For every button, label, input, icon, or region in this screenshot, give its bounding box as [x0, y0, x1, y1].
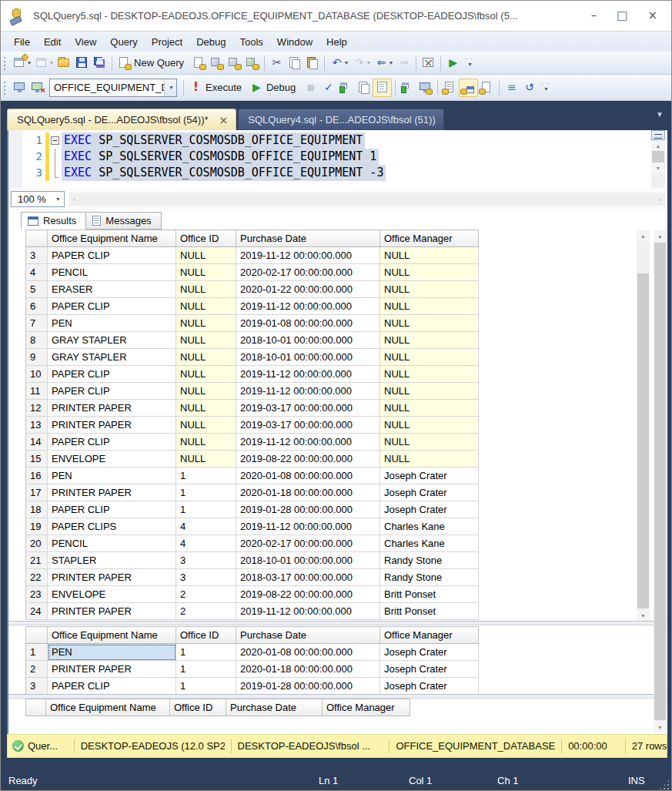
- editor-splitter-handle[interactable]: [651, 130, 665, 140]
- column-header[interactable]: Office Manager: [323, 699, 410, 716]
- grid-cell[interactable]: PRINTER PAPER: [48, 569, 176, 586]
- toolbar-grip[interactable]: [3, 56, 7, 70]
- grid-cell[interactable]: 2018-03-17 00:00:00.000: [236, 569, 380, 586]
- grid-cell[interactable]: 1: [176, 661, 236, 678]
- mdx-query-button[interactable]: [208, 54, 226, 72]
- grid-cell[interactable]: PAPER CLIP: [48, 678, 176, 695]
- grid-cell[interactable]: 2019-01-08 00:00:00.000: [236, 315, 380, 332]
- pane-vertical-scrollbar[interactable]: ▲ ▼: [654, 230, 667, 732]
- grid-cell[interactable]: PRINTER PAPER: [48, 417, 176, 434]
- grid-cell[interactable]: Randy Stone: [380, 552, 479, 569]
- menu-item-debug[interactable]: Debug: [189, 34, 232, 50]
- parse-button[interactable]: ✓: [319, 79, 337, 97]
- row-number[interactable]: 14: [26, 434, 48, 451]
- grid-cell[interactable]: STAPLER: [48, 552, 176, 569]
- grid-cell[interactable]: 1: [176, 678, 236, 695]
- grid-cell[interactable]: ENVELOPE: [48, 451, 176, 468]
- xmla-query-button[interactable]: [243, 54, 261, 72]
- scroll-up-icon[interactable]: ▲: [654, 230, 667, 241]
- grid-cell[interactable]: PENCIL: [48, 535, 176, 552]
- query-options-button[interactable]: [373, 79, 392, 97]
- grid-cell[interactable]: 3: [176, 569, 236, 586]
- cancel-query-button[interactable]: ■: [302, 79, 319, 97]
- grid-cell[interactable]: PAPER CLIP: [48, 247, 176, 264]
- grid-cell[interactable]: 2020-01-18 00:00:00.000: [236, 484, 380, 501]
- grid-cell[interactable]: NULL: [176, 332, 236, 349]
- grid-cell[interactable]: 2019-08-22 00:00:00.000: [236, 586, 380, 603]
- row-number-header[interactable]: [26, 699, 46, 716]
- grid-cell[interactable]: 2019-11-12 00:00:00.000: [236, 434, 380, 451]
- column-header[interactable]: Office ID: [170, 699, 226, 716]
- column-header[interactable]: Purchase Date: [226, 699, 323, 716]
- redo-button[interactable]: ↷▾: [350, 54, 373, 72]
- grid-cell[interactable]: NULL: [380, 298, 479, 315]
- menu-item-window[interactable]: Window: [270, 34, 319, 50]
- new-project-button[interactable]: ▾: [11, 54, 33, 72]
- menu-item-edit[interactable]: Edit: [37, 34, 68, 50]
- available-databases-combo[interactable]: OFFICE_EQUIPMENT_DATAE ▾: [49, 79, 177, 97]
- grid-cell[interactable]: PRINTER PAPER: [48, 661, 176, 678]
- row-number[interactable]: 10: [26, 366, 48, 383]
- grid-cell[interactable]: NULL: [380, 383, 479, 400]
- results-to-text-button[interactable]: [441, 79, 459, 97]
- grid-splitter[interactable]: [8, 621, 667, 625]
- database-engine-query-button[interactable]: [190, 54, 208, 72]
- grid-cell[interactable]: NULL: [176, 383, 236, 400]
- grid-cell[interactable]: Joseph Crater: [380, 501, 479, 518]
- activity-monitor-button[interactable]: [420, 54, 437, 72]
- debug-button[interactable]: ▶ Debug: [248, 79, 302, 97]
- row-number[interactable]: 24: [26, 603, 48, 620]
- grid-cell[interactable]: 4: [176, 518, 236, 535]
- grid-cell[interactable]: Joseph Crater: [380, 661, 479, 678]
- column-header[interactable]: Office Manager: [380, 627, 479, 644]
- cut-button[interactable]: ✂: [268, 54, 286, 72]
- close-button[interactable]: ×: [647, 10, 657, 22]
- column-header[interactable]: Purchase Date: [236, 230, 380, 247]
- maximize-button[interactable]: □: [617, 10, 627, 22]
- row-number[interactable]: 9: [26, 349, 48, 366]
- connect-button[interactable]: [11, 79, 28, 97]
- scroll-up-icon[interactable]: ▲: [651, 140, 665, 151]
- row-number[interactable]: 16: [26, 468, 48, 484]
- toolbar-overflow-button[interactable]: · ·▾: [541, 82, 550, 92]
- row-number[interactable]: 18: [26, 501, 48, 518]
- row-number[interactable]: 4: [26, 264, 48, 281]
- row-number[interactable]: 21: [26, 552, 48, 569]
- grid-scroll-thumb[interactable]: [637, 273, 649, 608]
- grid-cell[interactable]: 1: [176, 644, 236, 661]
- menu-item-view[interactable]: View: [68, 34, 103, 50]
- grid-cell[interactable]: NULL: [380, 366, 479, 383]
- grid-cell[interactable]: NULL: [176, 298, 236, 315]
- grid-cell[interactable]: 1: [176, 484, 236, 501]
- menu-item-file[interactable]: File: [7, 34, 37, 50]
- row-number-header[interactable]: [26, 230, 48, 247]
- grid-cell[interactable]: 2: [176, 586, 236, 603]
- collapse-region-icon[interactable]: [49, 132, 62, 149]
- save-all-button[interactable]: [91, 54, 109, 72]
- grid-cell[interactable]: NULL: [176, 400, 236, 417]
- grid-cell[interactable]: NULL: [380, 281, 479, 298]
- column-header[interactable]: Office ID: [176, 230, 236, 247]
- toolbar-grip[interactable]: [3, 81, 7, 95]
- row-number[interactable]: 1: [26, 644, 48, 661]
- grid-cell[interactable]: Britt Ponset: [380, 603, 479, 620]
- comment-button[interactable]: ≡: [503, 79, 520, 97]
- row-number[interactable]: 15: [26, 451, 48, 468]
- grid-cell[interactable]: NULL: [380, 417, 479, 434]
- grid-cell[interactable]: GRAY STAPLER: [48, 332, 176, 349]
- grid-cell[interactable]: 2018-10-01 00:00:00.000: [236, 332, 380, 349]
- grid-cell[interactable]: 2019-11-12 00:00:00.000: [236, 298, 380, 315]
- resize-grip[interactable]: [659, 779, 670, 790]
- row-number[interactable]: 12: [26, 400, 48, 417]
- grid-cell[interactable]: 2020-01-08 00:00:00.000: [236, 468, 380, 484]
- undo-button[interactable]: ↶▾: [328, 54, 350, 72]
- grid-cell[interactable]: Joseph Crater: [380, 644, 479, 661]
- execute-button[interactable]: ! Execute: [187, 79, 248, 97]
- row-number[interactable]: 5: [26, 281, 48, 298]
- column-header[interactable]: Office Equipment Name: [48, 230, 176, 247]
- grid-cell[interactable]: PAPER CLIP: [48, 434, 176, 451]
- grid-cell[interactable]: NULL: [176, 264, 236, 281]
- tab-close-icon[interactable]: ×: [219, 115, 229, 126]
- grid-cell[interactable]: Randy Stone: [380, 569, 479, 586]
- grid-cell[interactable]: NULL: [380, 434, 479, 451]
